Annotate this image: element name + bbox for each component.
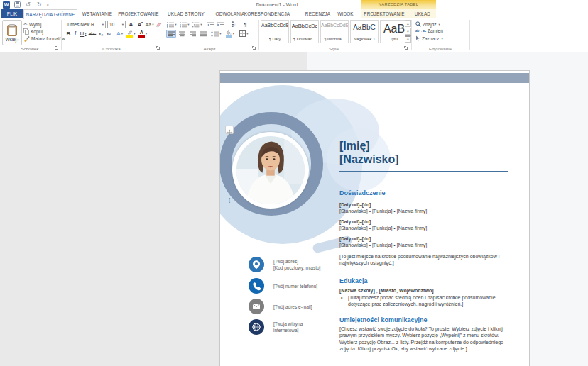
education-bullet-item[interactable]: • [Tutaj możesz podać średnią ocen i nap… (341, 294, 517, 308)
styles-scroll-up[interactable]: ▴ (405, 20, 411, 27)
format-painter-button[interactable]: Malarz formatów (23, 35, 65, 42)
line-spacing-button[interactable] (210, 30, 222, 38)
save-icon[interactable] (14, 1, 21, 9)
underline-button[interactable]: U (79, 30, 87, 38)
multilevel-list-button[interactable] (192, 21, 203, 28)
borders-button[interactable] (238, 30, 250, 38)
numbering-button[interactable] (179, 21, 190, 28)
font-dialog-launcher[interactable] (156, 45, 160, 50)
style-card-doswiadczenie[interactable]: AaBbCcDc ¶ Doświad... (290, 20, 319, 43)
select-arrow-icon (415, 35, 420, 41)
styles-gallery-more[interactable]: ▾ (405, 35, 411, 43)
word-logo-icon[interactable]: W (3, 1, 10, 9)
experience-entry[interactable]: [Daty od]–[do] [Stanowisko] • [Funkcja] … (339, 236, 427, 248)
copy-button[interactable]: Kopiuj (23, 28, 43, 35)
object-move-handle[interactable] (225, 126, 234, 134)
tab-wstawianie[interactable]: WSTAWIANIE (78, 9, 116, 18)
tab-ctx-uklad[interactable]: UKŁAD (407, 9, 438, 18)
superscript-button[interactable]: x² (105, 30, 112, 38)
copy-icon (23, 28, 29, 35)
contact-phone[interactable]: [Twój numer telefonu] (249, 278, 317, 294)
ribbon: Wklej ✂ Wytnij Kopiuj Malarz formatów Sc… (0, 18, 588, 52)
bold-button[interactable]: B (65, 30, 72, 38)
tab-widok[interactable]: WIDOK (330, 9, 361, 18)
style-card-naglowek1[interactable]: AaBbC Nagłówek 1 (350, 20, 379, 43)
experience-summary[interactable]: [To jest miejsce na krótkie podsumowanie… (339, 253, 517, 267)
replace-button[interactable]: ab→ac Zamień (415, 28, 443, 33)
education-school[interactable]: [Nazwa szkoły] , [Miasto, Województwo] (339, 287, 517, 294)
paragraph-dialog-launcher[interactable] (251, 45, 256, 50)
text-effects-icon: A (116, 30, 121, 37)
align-left-icon (168, 31, 175, 37)
styles-dialog-launcher[interactable] (403, 45, 408, 50)
clear-formatting-button[interactable] (155, 21, 163, 28)
highlight-color-button[interactable] (126, 30, 136, 38)
contact-website[interactable]: [Twoja witryna internetowa] (249, 319, 313, 335)
bullet-list-icon (167, 22, 174, 28)
tab-korespondencja[interactable]: KORESPONDENCJA (239, 9, 295, 18)
italic-button[interactable]: I (72, 30, 78, 38)
document-page: [ [Imię] [Nazwisko] Doświadczenie [Daty … (220, 71, 529, 366)
window-title: Dokument1 - Word (213, 0, 341, 9)
justify-button[interactable] (198, 30, 208, 38)
style-card-tytul[interactable]: AaB Tytuł (380, 20, 408, 43)
decrease-indent-button[interactable] (206, 21, 215, 28)
replace-icon: ab→ac (415, 29, 426, 33)
tab-plik[interactable]: PLIK (1, 9, 23, 18)
grow-font-button[interactable]: A (128, 21, 136, 28)
contact-email[interactable]: [Twój adres e-mail] (249, 299, 312, 314)
align-left-button[interactable] (166, 30, 176, 38)
sort-button[interactable]: AZ ↓ (229, 21, 239, 28)
profile-photo[interactable] (232, 132, 309, 209)
shrink-font-button[interactable]: A (136, 21, 144, 28)
align-center-button[interactable] (177, 30, 187, 38)
contact-address[interactable]: [Twój adres] [Kod pocztowy, miasto] (249, 257, 320, 272)
stray-bracket: [ (229, 197, 230, 202)
experience-entry[interactable]: [Daty od]–[do] [Stanowisko] • [Funkcja] … (339, 219, 427, 231)
change-case-button[interactable]: Aa (145, 21, 154, 28)
redo-icon[interactable]: ↻ (37, 1, 42, 9)
tab-ctx-projektowanie[interactable]: PROJEKTOWANIE (361, 9, 407, 18)
skills-body[interactable]: [Chcesz wstawić swoje zdjęcie do koła? T… (339, 326, 516, 353)
text-effects-button[interactable]: A (115, 30, 124, 38)
styles-scroll-down[interactable]: ▾ (405, 28, 411, 35)
show-hide-pilcrow-button[interactable]: ¶ (241, 21, 249, 28)
strikethrough-button[interactable]: abc (88, 30, 97, 38)
cut-button[interactable]: ✂ Wytnij (23, 21, 42, 27)
subscript-button[interactable]: x₂ (97, 30, 104, 38)
ribbon-tab-row: PLIK NARZĘDZIA GŁÓWNE WSTAWIANIE PROJEKT… (0, 9, 588, 18)
group-label-edytowanie: Edytowanie (414, 45, 467, 52)
cv-name-placeholder[interactable]: [Imię] [Nazwisko] (339, 139, 399, 166)
eraser-icon (156, 22, 162, 28)
line-spacing-icon (211, 31, 219, 37)
undo-icon[interactable]: ↺ (26, 1, 31, 9)
font-name-combo[interactable]: Times New R (65, 21, 106, 28)
font-size-combo[interactable]: 10 (107, 21, 126, 28)
tab-narzedzia-glowne[interactable]: NARZĘDZIA GŁÓWNE (23, 9, 77, 19)
clipboard-dialog-launcher[interactable] (54, 45, 59, 50)
indent-icon (217, 22, 224, 28)
name-divider-rule (339, 171, 508, 172)
group-label-czcionka: Czcionka (85, 45, 138, 52)
title-bar: W ↺ ↻ ▾ Dokument1 - Word NARZĘDZIA TABEL (0, 0, 588, 9)
move-arrows-icon (226, 129, 233, 136)
style-card-daty[interactable]: AaBbCcDdEe ¶ Daty (261, 20, 289, 43)
group-label-schowek: Schowek (4, 45, 55, 52)
tab-projektowanie[interactable]: PROJEKTOWANIE (116, 9, 160, 18)
skills-heading[interactable]: Umiejętności komunikacyjne (339, 316, 428, 323)
shading-button[interactable] (224, 30, 236, 38)
select-button[interactable]: Zaznacz (415, 35, 443, 41)
education-heading[interactable]: Edukacja (339, 277, 368, 284)
bullets-button[interactable] (166, 21, 178, 28)
qat-customize-icon[interactable]: ▾ (47, 1, 49, 9)
experience-entry[interactable]: [Daty od]–[do] [Stanowisko] • [Funkcja] … (339, 202, 427, 214)
align-right-button[interactable] (187, 30, 197, 38)
experience-heading[interactable]: Doświadczenie (339, 189, 386, 196)
tab-uklad-strony[interactable]: UKŁAD STRONY (160, 9, 212, 18)
paste-button[interactable]: Wklej (2, 20, 22, 45)
font-color-button[interactable]: A (138, 30, 148, 38)
clipboard-icon (7, 24, 17, 36)
increase-indent-button[interactable] (216, 21, 225, 28)
find-button[interactable]: Znajdź (415, 21, 440, 27)
style-card-informacje[interactable]: AaBbCcDdE ¶ Informa... (320, 20, 349, 43)
